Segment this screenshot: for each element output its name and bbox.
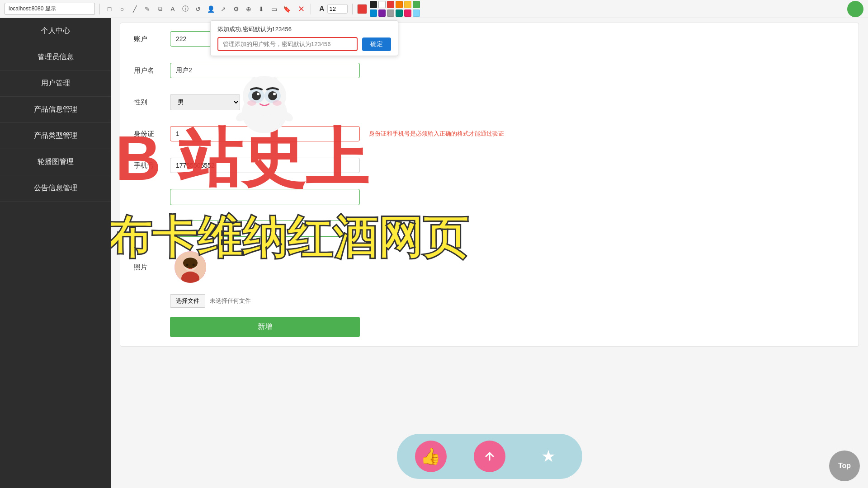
active-color-swatch[interactable] <box>357 4 367 14</box>
sep3 <box>352 4 353 14</box>
svg-point-5 <box>193 264 195 266</box>
gender-label: 性别 <box>134 98 170 107</box>
notification-popup: 添加成功,密码默认为123456 确定 <box>210 20 398 56</box>
phone-label: 手机号 <box>134 161 170 170</box>
notification-input[interactable] <box>217 37 358 51</box>
pencil-icon[interactable]: ✎ <box>142 4 152 14</box>
color-black[interactable] <box>370 1 377 8</box>
star-button[interactable]: ★ <box>533 441 564 472</box>
share-icon <box>481 448 498 465</box>
copy-icon[interactable]: ⧉ <box>155 4 165 14</box>
font-size-input[interactable] <box>327 4 348 14</box>
settings-icon[interactable]: ⚙ <box>231 4 241 14</box>
circle-icon[interactable]: ○ <box>117 4 127 14</box>
notification-ok-button[interactable]: 确定 <box>362 38 391 51</box>
color-palette <box>370 1 424 17</box>
empty-row-2 <box>134 217 845 240</box>
url-bar: localhost:8080 显示 <box>5 3 95 15</box>
phone-row: 手机号 <box>134 154 845 177</box>
diagonal-icon[interactable]: ╱ <box>130 4 140 14</box>
font-icon[interactable]: A <box>168 4 178 14</box>
color-gray[interactable] <box>387 9 394 17</box>
file-choose-button[interactable]: 选择文件 <box>170 294 205 308</box>
sidebar-item-product-type[interactable]: 产品类型管理 <box>0 123 111 149</box>
like-button[interactable]: 👍 <box>415 441 447 472</box>
sidebar-item-admin-info[interactable]: 管理员信息 <box>0 44 111 70</box>
color-teal[interactable] <box>396 9 403 17</box>
close-icon[interactable]: ✕ <box>296 4 306 14</box>
phone-input[interactable] <box>170 158 360 173</box>
color-pink[interactable] <box>404 9 411 17</box>
notification-input-row: 确定 <box>217 37 391 51</box>
sidebar-item-user-management[interactable]: 用户管理 <box>0 70 111 97</box>
browser-toolbar: localhost:8080 显示 □ ○ ╱ ✎ ⧉ A ⓘ ↺ 👤 ↗ ⚙ … <box>0 0 868 18</box>
user-form: 账户 用户名 性别 男 女 身份证 身份证和手机号是必须输入正确的格式才能 <box>120 23 859 347</box>
username-label: 用户名 <box>134 66 170 75</box>
color-yellow[interactable] <box>404 1 411 8</box>
info-icon[interactable]: ⓘ <box>180 4 190 14</box>
username-input[interactable] <box>170 63 360 78</box>
color-white[interactable] <box>378 1 386 8</box>
color-green[interactable] <box>413 1 420 8</box>
file-input-area: 选择文件 未选择任何文件 <box>170 294 845 308</box>
svg-point-4 <box>186 264 189 266</box>
photo-label: 照片 <box>134 263 170 272</box>
sidebar-item-product-info[interactable]: 产品信息管理 <box>0 97 111 123</box>
add-button[interactable]: 新增 <box>170 317 360 337</box>
account-label: 账户 <box>134 35 170 43</box>
aim-icon[interactable]: ⊕ <box>244 4 254 14</box>
empty-row-1 <box>134 186 845 208</box>
font-a-label: A <box>319 5 325 13</box>
no-file-label: 未选择任何文件 <box>210 297 251 305</box>
error-message: 身份证和手机号是必须输入正确的格式才能通过验证 <box>369 130 504 138</box>
square-icon[interactable]: □ <box>104 4 114 14</box>
share-button[interactable] <box>474 441 505 472</box>
user-icon[interactable]: 👤 <box>206 4 216 14</box>
sep1 <box>99 4 100 14</box>
sidebar-item-carousel[interactable]: 轮播图管理 <box>0 149 111 175</box>
bookmark-icon[interactable]: 🔖 <box>282 4 292 14</box>
idcard-input[interactable] <box>170 126 360 141</box>
color-purple[interactable] <box>378 9 386 17</box>
avatar-preview <box>175 251 206 283</box>
color-red[interactable] <box>387 1 394 8</box>
username-row: 用户名 <box>134 59 845 82</box>
empty-field-2 <box>170 221 360 237</box>
add-btn-container: 新增 <box>170 317 845 337</box>
gender-row: 性别 男 女 <box>134 91 845 113</box>
sidebar-item-notice[interactable]: 公告信息管理 <box>0 175 111 202</box>
download-icon[interactable]: ⬇ <box>256 4 266 14</box>
notification-title: 添加成功,密码默认为123456 <box>217 25 391 33</box>
sidebar: 个人中心 管理员信息 用户管理 产品信息管理 产品类型管理 轮播图管理 公告信息… <box>0 18 111 488</box>
color-lightblue[interactable] <box>413 9 420 17</box>
idcard-row: 身份证 身份证和手机号是必须输入正确的格式才能通过验证 <box>134 122 845 145</box>
undo-icon[interactable]: ↺ <box>193 4 203 14</box>
share-icon[interactable]: ↗ <box>218 4 228 14</box>
scroll-to-top-button[interactable]: Top <box>829 450 860 481</box>
photo-row: 照片 <box>134 249 845 285</box>
avatar-svg <box>175 251 206 283</box>
empty-field-1 <box>170 189 360 205</box>
bottom-interaction-bar: 👍 ★ <box>397 434 582 479</box>
top-btn-label: Top <box>838 462 851 470</box>
sidebar-item-personal-center[interactable]: 个人中心 <box>0 18 111 44</box>
gender-select[interactable]: 男 女 <box>170 94 240 110</box>
sep2 <box>311 4 311 14</box>
color-blue[interactable] <box>370 9 377 17</box>
svg-point-3 <box>183 258 198 268</box>
tablet-icon[interactable]: ▭ <box>269 4 279 14</box>
content-area: 添加成功,密码默认为123456 确定 账户 用户名 性别 男 <box>111 18 868 488</box>
user-avatar <box>847 1 863 17</box>
color-orange[interactable] <box>396 1 403 8</box>
idcard-label: 身份证 <box>134 130 170 138</box>
